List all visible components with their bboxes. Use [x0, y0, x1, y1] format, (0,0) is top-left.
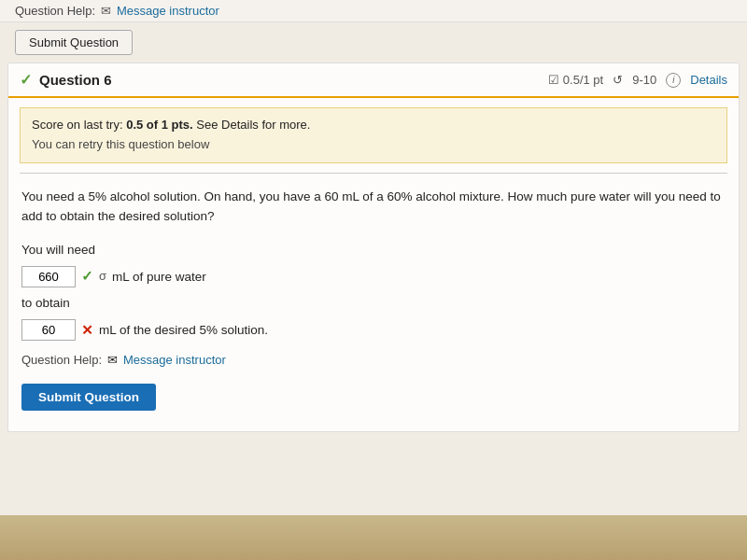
- score-banner-line1: Score on last try: 0.5 of 1 pts. See Det…: [32, 116, 715, 135]
- input2-suffix: mL of the desired 5% solution.: [99, 320, 268, 341]
- question-body: You need a 5% alcohol solution. On hand,…: [8, 177, 739, 431]
- score-box: ☑ 0.5/1 pt: [548, 73, 603, 87]
- question-card: ✓ Question 6 ☑ 0.5/1 pt ↺ 9-10 i Details…: [7, 63, 740, 432]
- photo-edge-bottom: [0, 515, 747, 560]
- score-banner: Score on last try: 0.5 of 1 pts. See Det…: [20, 107, 727, 163]
- top-mail-icon: ✉: [101, 4, 111, 18]
- question-header: ✓ Question 6 ☑ 0.5/1 pt ↺ 9-10 i Details: [8, 63, 739, 98]
- details-link[interactable]: Details: [690, 73, 727, 87]
- correct-icon-1: ✓: [81, 265, 93, 287]
- answer-row-1: ✓ σ mL of pure water: [21, 265, 726, 287]
- answer-row-2: ✕ mL of the desired 5% solution.: [21, 319, 726, 342]
- divider: [20, 173, 727, 174]
- to-obtain-label: to obtain: [21, 293, 726, 314]
- bottom-message-instructor-link[interactable]: Message instructor: [123, 351, 226, 371]
- score-banner-value: 0.5 of 1 pts.: [126, 118, 193, 132]
- question-number: Question 6: [39, 72, 112, 88]
- submit-top-button[interactable]: Submit Question: [15, 30, 133, 55]
- top-help-bar: Question Help: ✉ Message instructor: [0, 0, 747, 22]
- question-meta: ☑ 0.5/1 pt ↺ 9-10 i Details: [548, 73, 727, 88]
- input1-suffix: mL of pure water: [112, 267, 206, 287]
- retry-text: You can retry this question below: [32, 135, 715, 155]
- score-banner-label: Score on last try:: [32, 118, 123, 132]
- question-title-group: ✓ Question 6: [20, 71, 112, 89]
- bottom-mail-icon: ✉: [107, 351, 118, 371]
- attempts-value: 9-10: [632, 73, 656, 87]
- undo-icon: ↺: [613, 73, 623, 87]
- question-text: You need a 5% alcohol solution. On hand,…: [21, 187, 726, 227]
- checkbox-score-icon: ☑: [548, 73, 559, 87]
- bottom-help-bar: Question Help: ✉ Message instructor: [21, 351, 726, 371]
- input-solution-amount[interactable]: [21, 319, 76, 341]
- answer-section: You will need ✓ σ mL of pure water to ob…: [21, 240, 726, 422]
- wrong-icon-1: ✕: [81, 319, 93, 342]
- top-question-help-label: Question Help:: [15, 4, 95, 18]
- input-water-amount[interactable]: [21, 266, 76, 287]
- info-icon[interactable]: i: [666, 73, 681, 88]
- submit-bottom-button[interactable]: Submit Question: [21, 384, 156, 411]
- you-will-need-label: You will need: [21, 240, 726, 260]
- score-banner-see-details: See Details for more.: [196, 118, 310, 132]
- question-checkmark-icon: ✓: [20, 71, 32, 89]
- bottom-question-help-label: Question Help:: [21, 351, 102, 371]
- score-value: 0.5/1 pt: [563, 73, 603, 87]
- sigma-icon-1: σ: [99, 267, 106, 287]
- top-message-instructor-link[interactable]: Message instructor: [117, 4, 219, 18]
